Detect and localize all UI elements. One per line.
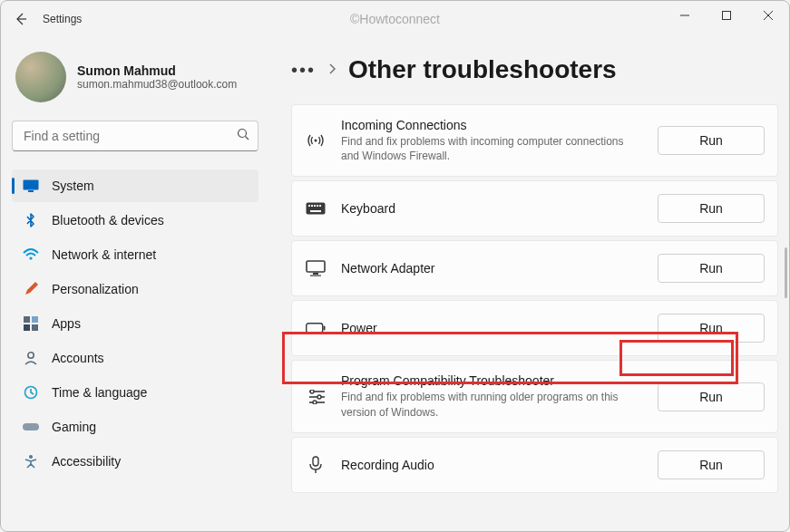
svg-rect-1 xyxy=(723,12,731,20)
minimize-button[interactable] xyxy=(664,1,706,30)
svg-rect-12 xyxy=(32,324,38,331)
sidebar: Sumon Mahmud sumon.mahmud38@outlook.com … xyxy=(1,37,273,531)
svg-rect-23 xyxy=(319,205,321,207)
nav-item-time[interactable]: Time & language xyxy=(12,376,258,409)
avatar xyxy=(15,52,66,102)
nav-label: Accounts xyxy=(52,351,104,365)
scrollbar-thumb[interactable] xyxy=(785,247,787,298)
keyboard-icon xyxy=(305,198,327,219)
system-icon xyxy=(23,178,39,194)
card-network-adapter: Network Adapter Run xyxy=(291,240,778,296)
accessibility-icon xyxy=(23,453,39,469)
card-title: Recording Audio xyxy=(341,458,643,472)
nav-label: Bluetooth & devices xyxy=(52,213,164,227)
back-arrow-icon xyxy=(14,12,28,26)
battery-icon xyxy=(305,317,327,339)
card-desc: Find and fix problems with incoming comp… xyxy=(341,134,640,163)
svg-point-8 xyxy=(29,256,32,259)
nav-label: Accessibility xyxy=(52,454,121,469)
compat-icon xyxy=(305,386,327,408)
troubleshooter-list: Incoming Connections Find and fix proble… xyxy=(291,104,778,493)
breadcrumb: ••• Other troubleshooters xyxy=(291,55,778,84)
nav-label: Gaming xyxy=(52,420,96,434)
settings-window: Settings ©Howtoconnect Sumon Mahmud sumo… xyxy=(0,0,790,532)
svg-rect-11 xyxy=(24,324,30,331)
svg-point-33 xyxy=(310,390,314,393)
nav-label: Personalization xyxy=(52,282,139,296)
content: ••• Other troubleshooters Incoming Conne… xyxy=(273,37,789,531)
time-icon xyxy=(23,384,39,401)
card-program-compatibility: Program Compatibility Troubleshooter Fin… xyxy=(291,360,778,432)
profile-text: Sumon Mahmud sumon.mahmud38@outlook.com xyxy=(77,63,237,91)
svg-point-17 xyxy=(315,140,317,142)
card-incoming-connections: Incoming Connections Find and fix proble… xyxy=(291,104,778,177)
nav-item-apps[interactable]: Apps xyxy=(12,307,258,340)
close-icon xyxy=(764,11,773,20)
nav-item-gaming[interactable]: Gaming xyxy=(12,411,258,443)
svg-line-5 xyxy=(246,137,249,140)
back-button[interactable] xyxy=(8,6,34,32)
chevron-right-icon xyxy=(328,62,336,78)
nav-item-accounts[interactable]: Accounts xyxy=(12,342,258,374)
breadcrumb-more[interactable]: ••• xyxy=(291,60,316,81)
bluetooth-icon xyxy=(23,212,39,228)
svg-rect-29 xyxy=(324,326,326,331)
run-button[interactable]: Run xyxy=(658,254,765,283)
nav-list: System Bluetooth & devices Network & int… xyxy=(12,169,258,478)
nav-label: Apps xyxy=(52,316,81,331)
profile-email: sumon.mahmud38@outlook.com xyxy=(77,78,237,91)
svg-rect-7 xyxy=(28,190,34,192)
svg-rect-21 xyxy=(314,205,316,207)
close-button[interactable] xyxy=(747,1,789,30)
svg-rect-9 xyxy=(24,316,30,323)
svg-rect-36 xyxy=(313,457,318,466)
card-desc: Find and fix problems with running older… xyxy=(341,390,640,419)
svg-rect-20 xyxy=(311,205,313,207)
card-title: Incoming Connections xyxy=(341,118,643,132)
card-title: Network Adapter xyxy=(341,261,643,276)
apps-icon xyxy=(23,315,39,332)
nav-item-bluetooth[interactable]: Bluetooth & devices xyxy=(12,204,258,237)
card-title: Power xyxy=(341,321,643,335)
svg-point-16 xyxy=(29,455,33,459)
svg-point-35 xyxy=(313,401,317,404)
wifi-icon xyxy=(23,247,39,263)
svg-rect-10 xyxy=(32,316,38,323)
run-button[interactable]: Run xyxy=(658,314,765,343)
run-button[interactable]: Run xyxy=(658,126,765,155)
page-title: Other troubleshooters xyxy=(348,55,617,84)
nav-item-personalization[interactable]: Personalization xyxy=(12,273,258,305)
nav-item-network[interactable]: Network & internet xyxy=(12,238,258,271)
search-input[interactable] xyxy=(12,121,258,151)
watermark: ©Howtoconnect xyxy=(350,12,440,26)
svg-rect-26 xyxy=(313,273,318,275)
nav-label: System xyxy=(52,179,94,193)
profile-block[interactable]: Sumon Mahmud sumon.mahmud38@outlook.com xyxy=(12,44,258,121)
run-button[interactable]: Run xyxy=(658,450,765,479)
search-icon xyxy=(237,128,249,144)
svg-point-13 xyxy=(28,353,34,358)
svg-rect-15 xyxy=(23,423,39,430)
svg-rect-28 xyxy=(307,324,323,334)
nav-item-accessibility[interactable]: Accessibility xyxy=(12,445,258,478)
nav-item-system[interactable]: System xyxy=(12,169,258,202)
run-button[interactable]: Run xyxy=(658,382,765,411)
profile-name: Sumon Mahmud xyxy=(77,63,237,78)
svg-point-4 xyxy=(239,130,247,138)
maximize-button[interactable] xyxy=(706,1,747,30)
card-keyboard: Keyboard Run xyxy=(291,180,778,237)
svg-rect-18 xyxy=(307,203,326,215)
run-button[interactable]: Run xyxy=(658,194,765,223)
card-power: Power Run xyxy=(291,300,778,356)
svg-rect-27 xyxy=(310,276,321,276)
minimize-icon xyxy=(680,11,689,20)
window-controls xyxy=(664,1,789,30)
svg-rect-19 xyxy=(308,205,310,207)
mic-icon xyxy=(305,454,327,476)
antenna-icon xyxy=(305,130,327,151)
svg-rect-24 xyxy=(310,210,321,212)
app-title: Settings xyxy=(43,13,82,25)
gaming-icon xyxy=(23,419,39,435)
maximize-icon xyxy=(722,11,731,20)
nav-label: Time & language xyxy=(52,385,147,400)
